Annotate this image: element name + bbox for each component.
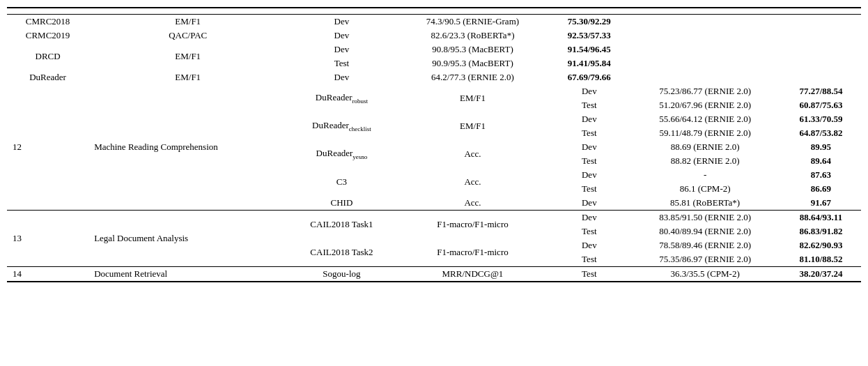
table-row: 12Machine Reading ComprehensionDuReaderr… (7, 84, 861, 98)
cell-metric: EM/F1 (88, 15, 287, 29)
cell-ernie: 82.62/90.93 (781, 238, 861, 252)
cell-split: Dev (549, 112, 629, 126)
cell-id: 13 (7, 211, 88, 267)
cell-prev-sota: 51.20/67.96 (ERNIE 2.0) (629, 98, 781, 112)
cell-split: Dev (287, 15, 396, 29)
table-row: CRMC2019QAC/PACDev82.6/23.3 (RoBERTa*)92… (7, 29, 861, 43)
cell-ernie: 86.83/91.82 (781, 224, 861, 238)
cell-metric: EM/F1 (88, 43, 287, 70)
cell-ernie: 60.87/75.63 (781, 98, 861, 112)
cell-metric: Acc. (396, 140, 550, 168)
cell-split: Dev (287, 43, 396, 56)
cell-dataset: CHID (287, 196, 396, 211)
table-row: DRCDEM/F1Dev90.8/95.3 (MacBERT)91.54/96.… (7, 43, 861, 56)
cell-split: Dev (549, 211, 629, 225)
header-split (549, 8, 629, 15)
table-row: CMRC2018EM/F1Dev74.3/90.5 (ERNIE-Gram)75… (7, 15, 861, 29)
cell-ernie: 81.10/88.52 (781, 252, 861, 267)
cell-prev-sota: 55.66/64.12 (ERNIE 2.0) (629, 112, 781, 126)
cell-ernie: 67.69/79.66 (549, 70, 629, 84)
cell-split: Test (287, 56, 396, 70)
cell-ernie: 38.20/37.24 (781, 267, 861, 282)
cell-split: Dev (549, 140, 629, 154)
cell-prev-sota: 80.40/89.94 (ERNIE 2.0) (629, 224, 781, 238)
header-metric (396, 8, 550, 15)
cell-split: Dev (549, 196, 629, 211)
cell-prev-sota: 59.11/48.79 (ERNIE 2.0) (629, 126, 781, 140)
cell-ernie: 88.64/93.11 (781, 211, 861, 225)
cell-prev-sota: 90.8/95.3 (MacBERT) (396, 43, 550, 56)
header-prev-sota (629, 8, 781, 15)
cell-split: Dev (549, 168, 629, 182)
cell-ernie: 64.87/53.82 (781, 126, 861, 140)
cell-split: Dev (287, 70, 396, 84)
cell-prev-sota: 88.82 (ERNIE 2.0) (629, 154, 781, 168)
cell-dataset: Sogou-log (287, 267, 396, 282)
cell-ernie: 89.95 (781, 140, 861, 154)
cell-task: Document Retrieval (88, 267, 287, 282)
cell-id: 14 (7, 267, 88, 282)
cell-split: Test (549, 267, 629, 282)
cell-prev-sota: - (629, 168, 781, 182)
cell-split: Dev (549, 84, 629, 98)
cell-dataset: C3 (287, 168, 396, 196)
cell-ernie: 77.27/88.54 (781, 84, 861, 98)
cell-ernie: 87.63 (781, 168, 861, 182)
cell-dataset: DuReaderrobust (287, 84, 396, 112)
header-ernie (781, 8, 861, 15)
header-task (88, 8, 287, 15)
cell-ernie: 75.30/92.29 (549, 15, 629, 29)
cell-metric: EM/F1 (396, 112, 550, 140)
table-row: DuReaderEM/F1Dev64.2/77.3 (ERNIE 2.0)67.… (7, 70, 861, 84)
cell-prev-sota: 85.81 (RoBERTa*) (629, 196, 781, 211)
cell-metric: MRR/NDCG@1 (396, 267, 550, 282)
cell-prev-sota: 36.3/35.5 (CPM-2) (629, 267, 781, 282)
cell-prev-sota: 78.58/89.46 (ERNIE 2.0) (629, 238, 781, 252)
cell-id: 12 (7, 84, 88, 211)
cell-metric: F1-macro/F1-micro (396, 211, 550, 239)
results-table: CMRC2018EM/F1Dev74.3/90.5 (ERNIE-Gram)75… (7, 7, 861, 282)
cell-dataset: CAIL2018 Task2 (287, 238, 396, 267)
cell-task: Legal Document Analysis (88, 211, 287, 267)
cell-metric: EM/F1 (396, 84, 550, 112)
cell-ernie: 91.67 (781, 196, 861, 211)
header-id (7, 8, 88, 15)
cell-prev-sota: 83.85/91.50 (ERNIE 2.0) (629, 211, 781, 225)
cell-prev-sota: 75.35/86.97 (ERNIE 2.0) (629, 252, 781, 267)
cell-prev-sota: 90.9/95.3 (MacBERT) (396, 56, 550, 70)
cell-prev-sota: 82.6/23.3 (RoBERTa*) (396, 29, 550, 43)
header-dataset (287, 8, 396, 15)
cell-split: Test (549, 126, 629, 140)
cell-task: Machine Reading Comprehension (88, 84, 287, 211)
cell-ernie: 89.64 (781, 154, 861, 168)
cell-prev-sota: 88.69 (ERNIE 2.0) (629, 140, 781, 154)
cell-split: Test (549, 154, 629, 168)
cell-ernie: 91.54/96.45 (549, 43, 629, 56)
cell-prev-sota: 64.2/77.3 (ERNIE 2.0) (396, 70, 550, 84)
cell-prev-sota: 75.23/86.77 (ERNIE 2.0) (629, 84, 781, 98)
cell-split: Dev (287, 29, 396, 43)
cell-dataset: DuReaderyesno (287, 140, 396, 168)
cell-split: Test (549, 98, 629, 112)
cell-ernie: 86.69 (781, 182, 861, 196)
cell-dataset: CRMC2019 (7, 29, 88, 43)
cell-prev-sota: 86.1 (CPM-2) (629, 182, 781, 196)
cell-dataset: CAIL2018 Task1 (287, 211, 396, 239)
cell-dataset: CMRC2018 (7, 15, 88, 29)
cell-ernie: 92.53/57.33 (549, 29, 629, 43)
cell-metric: QAC/PAC (88, 29, 287, 43)
table-row: 14Document RetrievalSogou-logMRR/NDCG@1T… (7, 267, 861, 282)
table-row: 13Legal Document AnalysisCAIL2018 Task1F… (7, 211, 861, 225)
cell-split: Test (549, 224, 629, 238)
cell-ernie: 61.33/70.59 (781, 112, 861, 126)
cell-prev-sota: 74.3/90.5 (ERNIE-Gram) (396, 15, 550, 29)
cell-metric: F1-macro/F1-micro (396, 238, 550, 267)
cell-dataset: DRCD (7, 43, 88, 70)
cell-ernie: 91.41/95.84 (549, 56, 629, 70)
cell-dataset: DuReader (7, 70, 88, 84)
cell-metric: Acc. (396, 168, 550, 196)
cell-metric: Acc. (396, 196, 550, 211)
cell-split: Test (549, 182, 629, 196)
cell-metric: EM/F1 (88, 70, 287, 84)
cell-split: Dev (549, 238, 629, 252)
